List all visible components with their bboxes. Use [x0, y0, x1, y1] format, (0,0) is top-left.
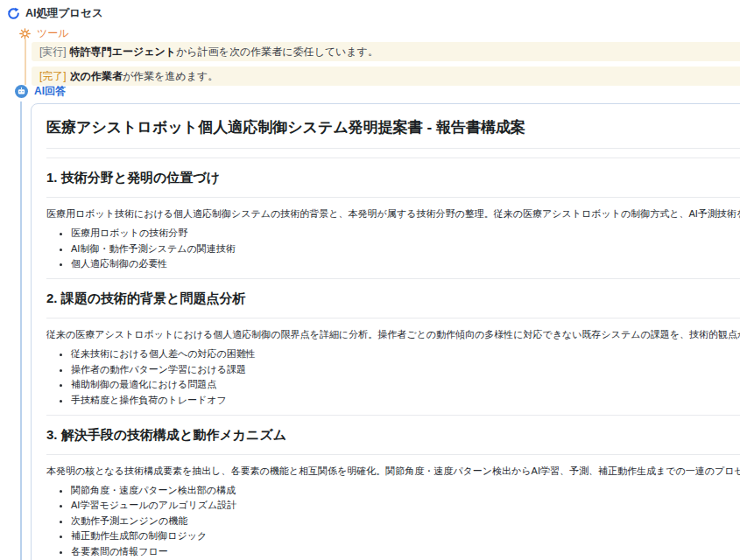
section-bullets: 関節角度・速度パターン検出部の構成AI学習モジュールのアルゴリズム設計次動作予測… — [46, 485, 740, 557]
section-divider — [46, 278, 740, 279]
event-tag: [実行] — [39, 46, 67, 58]
bullet-item: 医療用ロボットの技術分野 — [71, 228, 740, 239]
section-bullets: 医療用ロボットの技術分野AI制御・動作予測システムの関連技術個人適応制御の必要性 — [46, 228, 740, 270]
process-header: AI処理プロセス — [7, 6, 103, 21]
event-text: が作業を進めます。 — [123, 70, 218, 82]
section-paragraph: 従来の医療アシストロボットにおける個人適応制御の限界点を詳細に分析。操作者ごとの… — [46, 329, 740, 340]
document-section: 2. 課題の技術的背景と問題点分析 従来の医療アシストロボットにおける個人適応制… — [46, 278, 740, 406]
document-section: 1. 技術分野と発明の位置づけ 医療用ロボット技術における個人適応制御システムの… — [46, 158, 740, 270]
ai-answer-label: AI回答 — [34, 84, 66, 99]
answer-document-panel: 医療アシストロボット個人適応制御システム発明提案書 - 報告書構成案 1. 技術… — [31, 103, 740, 560]
bullet-item: 補助制御の最適化における問題点 — [71, 379, 740, 390]
bullet-item: AI制御・動作予測システムの関連技術 — [71, 243, 740, 255]
gear-icon — [19, 28, 31, 39]
section-paragraph: 本発明の核となる技術構成要素を抽出し、各要素の機能と相互関係を明確化。関節角度・… — [46, 466, 740, 477]
tool-event-running: [実行]特許専門エージェントから計画を次の作業者に委任しています。 — [32, 42, 740, 61]
bullet-item: 従来技術における個人差への対応の困難性 — [71, 348, 740, 360]
document-title: 医療アシストロボット個人適応制御システム発明提案書 - 報告書構成案 — [46, 119, 740, 149]
document-section: 3. 解決手段の技術構成と動作メカニズム 本発明の核となる技術構成要素を抽出し、… — [46, 415, 740, 557]
section-divider — [46, 415, 740, 416]
section-paragraph: 医療用ロボット技術における個人適応制御システムの技術的背景と、本発明が属する技術… — [46, 208, 740, 220]
event-agent-name: 特許専門エージェント — [70, 46, 176, 58]
bullet-item: 個人適応制御の必要性 — [71, 258, 740, 270]
tool-step-label: ツール — [37, 26, 69, 41]
document-sections: 1. 技術分野と発明の位置づけ 医療用ロボット技術における個人適応制御システムの… — [46, 158, 740, 560]
section-bullets: 従来技術における個人差への対応の困難性操作者の動作パターン学習における課題補助制… — [46, 348, 740, 406]
ai-answer-step[interactable]: AI回答 — [15, 84, 66, 99]
bullet-item: 手技精度と操作負荷のトレードオフ — [71, 395, 740, 406]
event-tag: [完了] — [39, 70, 67, 82]
timeline-rail-orange — [25, 39, 26, 85]
event-agent-name: 次の作業者 — [70, 70, 123, 82]
bullet-item: 次動作予測エンジンの機能 — [71, 515, 740, 527]
section-heading: 3. 解決手段の技術構成と動作メカニズム — [46, 427, 740, 455]
timeline-rail-blue — [20, 102, 22, 560]
process-header-title: AI処理プロセス — [25, 6, 103, 21]
tool-step[interactable]: ツール — [19, 26, 69, 41]
sync-icon — [7, 7, 20, 20]
event-text: から計画を次の作業者に委任しています。 — [176, 46, 378, 58]
page: { "header": { "title": "AI処理プロセス" }, "pr… — [0, 0, 740, 560]
bullet-item: 操作者の動作パターン学習における課題 — [71, 364, 740, 375]
bullet-item: 関節角度・速度パターン検出部の構成 — [71, 485, 740, 496]
section-heading: 2. 課題の技術的背景と問題点分析 — [46, 290, 740, 318]
bullet-item: 補正動作生成部の制御ロジック — [71, 530, 740, 542]
robot-icon — [15, 85, 28, 98]
tool-event-done: [完了]次の作業者が作業を進めます。 — [32, 66, 740, 86]
bullet-item: 各要素間の情報フロー — [71, 546, 740, 557]
bullet-item: AI学習モジュールのアルゴリズム設計 — [71, 500, 740, 511]
section-heading: 1. 技術分野と発明の位置づけ — [46, 170, 740, 198]
section-divider — [46, 158, 740, 158]
